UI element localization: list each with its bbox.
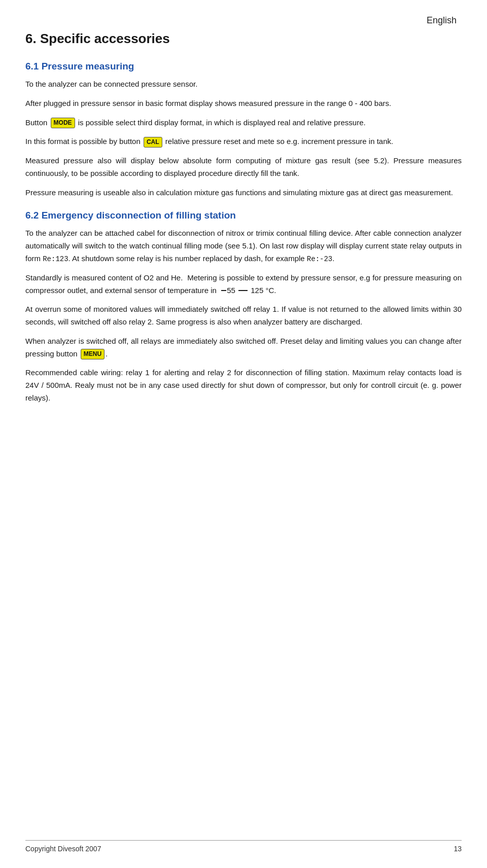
footer-copyright: Copyright Divesoft 2007 bbox=[25, 845, 101, 853]
para-6-2-3: At overrun some of monitored values will… bbox=[25, 303, 462, 329]
footer: Copyright Divesoft 2007 13 bbox=[25, 840, 462, 853]
language-label: English bbox=[25, 15, 462, 26]
minus-icon bbox=[221, 290, 226, 291]
para-6-2-4: When analyzer is switched off, all relay… bbox=[25, 335, 462, 360]
mode-button-inline: MODE bbox=[51, 118, 75, 128]
footer-page-number: 13 bbox=[454, 845, 462, 853]
code-re-neg23: Re:-23 bbox=[307, 255, 332, 263]
para-6-1-1: To the analyzer can be connected pressur… bbox=[25, 78, 462, 91]
cal-button-inline: CAL bbox=[144, 137, 162, 148]
para-6-2-2: Standardly is measured content of O2 and… bbox=[25, 272, 462, 297]
para-6-2-5: Recommended cable wiring: relay 1 for al… bbox=[25, 367, 462, 404]
para-6-1-6: Pressure measuring is useable also in ca… bbox=[25, 187, 462, 199]
range-dash-icon bbox=[238, 290, 248, 291]
para-6-1-3: Button MODE is possible select third dis… bbox=[25, 117, 462, 129]
page: English 6. Specific accessories 6.1 Pres… bbox=[0, 0, 487, 868]
section-6-2-title: 6.2 Emergency disconnection of filling s… bbox=[25, 210, 462, 221]
chapter-title: 6. Specific accessories bbox=[25, 31, 462, 47]
section-6-1-title: 6.1 Pressure measuring bbox=[25, 61, 462, 72]
para-6-2-1: To the analyzer can be attached cabel fo… bbox=[25, 227, 462, 265]
language-text: English bbox=[427, 15, 457, 25]
menu-button-inline: MENU bbox=[81, 349, 105, 359]
para-6-1-5: Measured pressure also will display belo… bbox=[25, 155, 462, 180]
para-6-1-4: In this format is possible by button CAL… bbox=[25, 135, 462, 148]
para-6-1-2: After plugged in pressure sensor in basi… bbox=[25, 97, 462, 110]
code-re123: Re:123 bbox=[43, 255, 68, 263]
